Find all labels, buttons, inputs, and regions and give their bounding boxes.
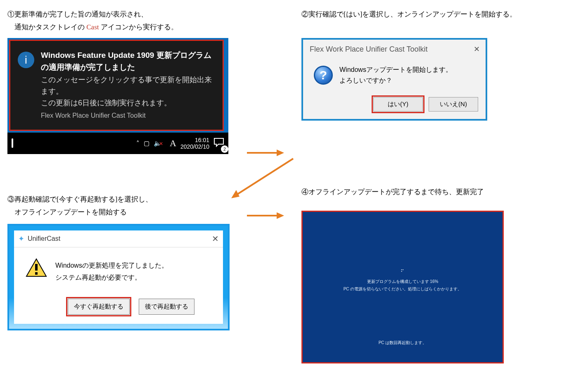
question-icon: ? <box>314 66 333 85</box>
step1-caption-line1: ①更新準備が完了した旨の通知が表示され、 <box>7 10 148 18</box>
taskbar-clock[interactable]: 16:01 2020/02/10 <box>180 137 209 150</box>
toast-app-name: Flex Work Place Unifier Cast Toolkit <box>41 111 212 121</box>
info-icon: i <box>18 52 34 68</box>
dialog-text-line1: Windowsアップデートを開始します。 <box>339 64 452 75</box>
yes-button[interactable]: はい(Y) <box>373 97 423 112</box>
step4-caption-text: ④オフラインアップデートが完了するまで待ち、更新完了 <box>301 188 484 196</box>
svg-marker-8 <box>277 212 284 219</box>
windows-update-screen: ⠋ 更新プログラムを構成しています 16% PC の電源を切らないでください。処… <box>301 211 504 363</box>
close-icon[interactable]: ✕ <box>212 234 219 244</box>
arrow-step2-to-step3 <box>227 155 297 201</box>
close-icon[interactable]: ✕ <box>474 45 480 54</box>
step3-caption-line1: ③再起動確認で[今すぐ再起動する]を選択し、 <box>7 195 152 203</box>
action-center-icon[interactable]: 2 <box>213 138 224 150</box>
restart-dialog-line1: Windowsの更新処理を完了しました。 <box>55 260 168 272</box>
dialog-text-line2: よろしいですか？ <box>339 75 452 86</box>
restart-dialog-line2: システム再起動が必要です。 <box>55 272 168 284</box>
step3-caption-line2: オフラインアップデートを開始する <box>7 206 127 219</box>
restart-dialog-frame: ✦ UnifierCast ✕ Windowsの更新処理を完了しました。 システ… <box>7 224 230 330</box>
step1-caption: ①更新準備が完了した旨の通知が表示され、 通知かタスクトレイの Cast アイコ… <box>7 8 178 33</box>
windows-taskbar: ˄ ▢ 🔈✕ A 16:01 2020/02/10 2 <box>7 133 228 154</box>
clock-date: 2020/02/10 <box>180 143 209 150</box>
mail-icon[interactable] <box>12 139 13 147</box>
toast-body: このメッセージをクリックする事で更新を開始出来ます。 この更新は6日後に強制実行… <box>41 74 212 109</box>
update-progress-bottom: PC は数回再起動します。 <box>303 340 503 346</box>
step1-caption-line2b: アイコンから実行する。 <box>99 23 178 31</box>
dialog-title: Flex Work Place Unifier Cast Toolkit <box>310 45 427 54</box>
restart-now-button[interactable]: 今すぐ再起動する <box>68 299 130 315</box>
windows-toast-notification[interactable]: i Windows Feature Update 1909 更新プログラムの適用… <box>9 40 224 131</box>
no-button[interactable]: いいえ(N) <box>429 97 478 112</box>
step1-caption-line2a: 通知かタスクトレイの <box>14 23 86 31</box>
app-star-icon: ✦ <box>18 234 24 243</box>
step3-caption: ③再起動確認で[今すぐ再起動する]を選択し、 オフラインアップデートを開始する <box>7 193 152 218</box>
ime-indicator[interactable]: A <box>170 138 176 149</box>
update-progress-line1: 更新プログラムを構成しています 16% <box>303 279 503 285</box>
step1-caption-cast: Cast <box>86 23 99 31</box>
svg-rect-1 <box>35 264 38 271</box>
clock-time: 16:01 <box>180 137 209 143</box>
warning-icon <box>26 258 47 277</box>
step2-caption-text: ②実行確認で[はい]を選択し、オンラインアップデートを開始する。 <box>301 10 517 18</box>
restart-later-button[interactable]: 後で再起動する <box>139 299 194 315</box>
toast-title: Windows Feature Update 1909 更新プログラムの適用準備… <box>41 49 212 74</box>
step4-caption: ④オフラインアップデートが完了するまで待ち、更新完了 <box>301 186 484 199</box>
svg-marker-6 <box>231 190 239 198</box>
arrow-step3-to-step4 <box>247 211 284 220</box>
spinner-icon: ⠋ <box>303 269 503 275</box>
notification-count-badge: 2 <box>221 145 228 153</box>
desktop-edge: i Windows Feature Update 1909 更新プログラムの適用… <box>7 38 228 133</box>
step2-caption: ②実行確認で[はい]を選択し、オンラインアップデートを開始する。 <box>301 8 517 21</box>
restart-dialog-title: UnifierCast <box>28 235 60 242</box>
restart-dialog: ✦ UnifierCast ✕ Windowsの更新処理を完了しました。 システ… <box>14 230 223 324</box>
svg-rect-2 <box>35 272 38 275</box>
network-icon[interactable]: ▢ <box>144 140 149 147</box>
tray-chevron-up-icon[interactable]: ˄ <box>136 140 140 147</box>
svg-line-5 <box>236 159 293 195</box>
volume-muted-icon[interactable]: 🔈✕ <box>154 140 166 147</box>
update-progress-line2: PC の電源を切らないでください。処理にしばらくかかります。 <box>303 286 503 292</box>
confirm-dialog: Flex Work Place Unifier Cast Toolkit ✕ ?… <box>301 38 487 121</box>
